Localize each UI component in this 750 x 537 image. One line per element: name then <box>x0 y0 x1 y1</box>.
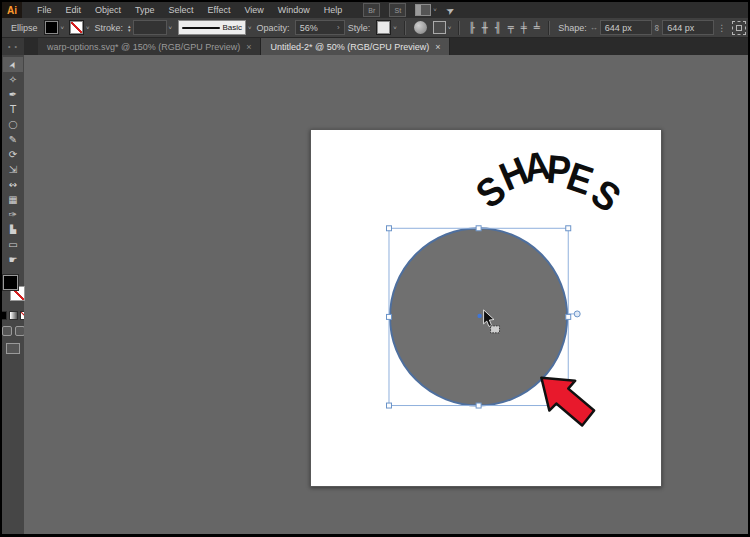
workspace-layout-icon <box>415 4 431 16</box>
screen-mode-button[interactable] <box>6 343 20 354</box>
close-icon[interactable]: × <box>435 42 440 52</box>
app-logo-icon: Ai <box>2 2 22 18</box>
brush-definition-dropdown[interactable]: Basic <box>178 20 246 35</box>
menu-help[interactable]: Help <box>317 2 350 18</box>
opacity-field[interactable]: 56% › <box>295 20 345 35</box>
width-arrow-icon: ↔ <box>590 23 598 32</box>
fill-chevron-icon[interactable]: ˅ <box>59 25 67 31</box>
scale-tool[interactable]: ⇲ <box>3 162 23 177</box>
align-center-icon[interactable]: ╫ <box>478 22 491 33</box>
selection-handle[interactable] <box>476 403 481 408</box>
align-right-icon[interactable]: ╢ <box>491 22 504 33</box>
close-icon[interactable]: × <box>246 42 251 52</box>
paintbrush-tool[interactable]: ✎ <box>3 132 23 147</box>
brush-stroke-preview <box>182 27 219 29</box>
pen-tool[interactable]: ✒ <box>3 87 23 102</box>
pie-widget-handle[interactable] <box>574 311 580 317</box>
canvas[interactable]: S H A P E S <box>24 55 748 534</box>
gradient-button[interactable] <box>9 311 18 320</box>
selection-handle[interactable] <box>386 226 391 231</box>
stroke-weight-chevron-icon[interactable]: ˅ <box>167 25 175 31</box>
graph-icon: ▙ <box>10 225 16 234</box>
rotate-icon: ⟳ <box>9 149 17 160</box>
align-bottom-icon[interactable]: ╧ <box>530 22 543 33</box>
divider <box>458 21 460 35</box>
tab-warp-options[interactable]: warp-options.svg* @ 150% (RGB/GPU Previe… <box>38 38 261 55</box>
link-dimensions-icon[interactable]: ∞ <box>652 24 662 30</box>
menu-select[interactable]: Select <box>162 2 201 18</box>
selection-handle[interactable] <box>386 403 391 408</box>
magic-wand-icon: ✧ <box>9 74 17 85</box>
menu-type[interactable]: Type <box>128 2 162 18</box>
shape-label: Shape: <box>558 23 587 33</box>
selection-overlay <box>24 55 748 534</box>
workspace-switcher-button[interactable]: ˅ <box>415 4 437 16</box>
brush-chevron-icon[interactable]: ˅ <box>246 25 254 31</box>
center-anchor-point[interactable] <box>477 314 481 318</box>
color-button[interactable] <box>2 311 7 320</box>
stroke-chevron-icon[interactable]: ˅ <box>84 25 92 31</box>
selection-tool-icon: ➤ <box>7 59 19 70</box>
document-setup-chevron-icon[interactable]: ˅ <box>446 25 454 31</box>
illustrator-window: Ai File Edit Object Type Select Effect V… <box>0 0 750 537</box>
menu-view[interactable]: View <box>237 2 270 18</box>
rotate-tool[interactable]: ⟳ <box>3 147 23 162</box>
document-setup-icon[interactable] <box>433 21 446 34</box>
selection-tool[interactable]: ➤ <box>3 57 23 72</box>
type-tool[interactable]: T <box>3 102 23 117</box>
tab-title: warp-options.svg* @ 150% (RGB/GPU Previe… <box>47 42 240 52</box>
ellipse-tool[interactable]: ◯ <box>3 117 23 132</box>
selection-handle[interactable] <box>566 314 571 319</box>
recolor-artwork-icon[interactable] <box>414 21 427 34</box>
graph-tool[interactable]: ▙ <box>3 222 23 237</box>
bridge-button[interactable]: Br <box>363 3 380 17</box>
hand-icon: ☛ <box>9 254 18 265</box>
tab-untitled-2[interactable]: Untitled-2* @ 50% (RGB/GPU Preview) × <box>261 38 450 55</box>
align-top-icon[interactable]: ╤ <box>504 22 517 33</box>
drawing-mode-buttons <box>2 326 25 336</box>
transform-bounds-icon[interactable] <box>732 21 746 35</box>
align-left-icon[interactable]: ╟ <box>465 22 478 33</box>
menu-effect[interactable]: Effect <box>201 2 238 18</box>
stroke-weight-dropdown[interactable] <box>133 20 167 35</box>
type-icon: T <box>10 104 16 115</box>
shape-height-field[interactable]: 644 px <box>662 20 714 35</box>
divider <box>404 21 406 35</box>
style-swatch[interactable] <box>376 20 391 35</box>
magic-wand-tool[interactable]: ✧ <box>3 72 23 87</box>
menu-bar: Ai File Edit Object Type Select Effect V… <box>2 2 748 18</box>
shape-width-field[interactable]: 644 px <box>600 20 652 35</box>
menu-window[interactable]: Window <box>271 2 317 18</box>
eyedropper-icon: ✑ <box>9 209 17 220</box>
divider <box>548 21 550 35</box>
selection-handle[interactable] <box>386 314 391 319</box>
eyedropper-tool[interactable]: ✑ <box>3 207 23 222</box>
fill-indicator-swatch[interactable] <box>3 275 18 290</box>
artboard-tool[interactable]: ▭ <box>3 237 23 252</box>
red-annotation-arrow <box>541 378 594 426</box>
perspective-grid-icon: ▦ <box>8 194 17 205</box>
stroke-weight-stepper[interactable]: ▴ ▾ <box>128 24 131 32</box>
hand-tool[interactable]: ☛ <box>3 252 23 267</box>
align-middle-icon[interactable]: ╪ <box>517 22 530 33</box>
stroke-weight-label: Stroke: <box>95 23 124 33</box>
fill-color-swatch[interactable] <box>44 20 59 35</box>
selection-handle[interactable] <box>476 226 481 231</box>
menu-object[interactable]: Object <box>88 2 128 18</box>
perspective-grid-tool[interactable]: ▦ <box>3 192 23 207</box>
stock-button[interactable]: St <box>389 3 406 17</box>
ellipse-icon: ◯ <box>9 120 18 129</box>
style-chevron-icon[interactable]: ˅ <box>391 25 399 31</box>
tool-panel-header[interactable]: • • <box>2 38 24 55</box>
share-icon[interactable]: ➤ <box>444 3 457 17</box>
draw-behind-button[interactable] <box>15 326 25 336</box>
opacity-chevron-icon[interactable]: › <box>337 23 340 32</box>
stepper-down-icon[interactable]: ▾ <box>128 28 131 32</box>
width-tool[interactable]: ↭ <box>3 177 23 192</box>
selection-handle[interactable] <box>566 226 571 231</box>
menu-file[interactable]: File <box>30 2 59 18</box>
draw-normal-button[interactable] <box>2 326 12 336</box>
stroke-color-swatch[interactable] <box>69 20 84 35</box>
more-options-icon[interactable]: ⋮ <box>717 23 726 33</box>
menu-edit[interactable]: Edit <box>59 2 89 18</box>
